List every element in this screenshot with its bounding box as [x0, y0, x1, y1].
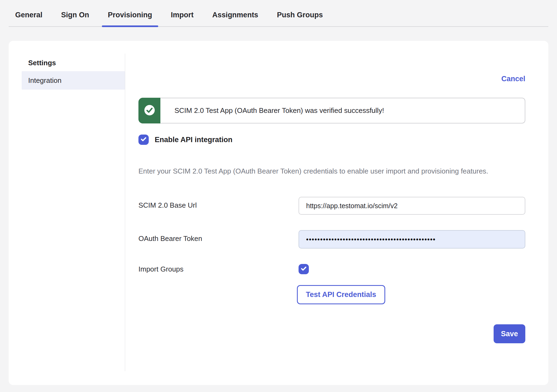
tab-label: Sign On	[61, 11, 89, 19]
success-banner-message: SCIM 2.0 Test App (OAuth Bearer Token) w…	[160, 98, 525, 123]
save-button[interactable]: Save	[494, 324, 525, 343]
import-groups-row: Import Groups	[138, 264, 525, 274]
tab-label: Import	[171, 11, 194, 19]
base-url-input[interactable]	[299, 197, 525, 215]
tab-label: Assignments	[212, 11, 258, 19]
success-banner: SCIM 2.0 Test App (OAuth Bearer Token) w…	[138, 98, 525, 123]
enable-api-row: Enable API integration	[138, 135, 525, 145]
tab-assignments[interactable]: Assignments	[206, 8, 264, 26]
token-row: OAuth Bearer Token	[138, 230, 525, 249]
tab-sign-on[interactable]: Sign On	[55, 8, 95, 26]
cancel-link[interactable]: Cancel	[501, 75, 525, 83]
tab-label: Provisioning	[108, 11, 152, 19]
settings-sidebar: Settings Integration	[9, 41, 125, 385]
enable-api-label: Enable API integration	[155, 136, 232, 144]
token-label: OAuth Bearer Token	[138, 230, 299, 243]
tab-label: Push Groups	[277, 11, 323, 19]
test-api-credentials-button[interactable]: Test API Credentials	[297, 285, 385, 304]
credentials-description: Enter your SCIM 2.0 Test App (OAuth Bear…	[138, 165, 525, 177]
active-tab-underline	[102, 25, 158, 27]
integration-panel: Cancel SCIM 2.0 Test App (OAuth Bearer T…	[125, 41, 548, 385]
check-circle-icon	[143, 104, 156, 117]
checkmark-icon	[300, 265, 307, 273]
provisioning-card: Settings Integration Cancel SCIM 2.0 Tes…	[9, 41, 548, 385]
checkmark-icon	[140, 136, 147, 144]
sidebar-heading: Settings	[28, 58, 125, 67]
test-credentials-row: Test API Credentials	[138, 285, 525, 304]
cancel-row: Cancel	[138, 75, 525, 83]
import-groups-label: Import Groups	[138, 264, 299, 273]
app-tabbar: General Sign On Provisioning Import Assi…	[9, 0, 548, 27]
tab-provisioning[interactable]: Provisioning	[102, 8, 158, 26]
sidebar-item-label: Integration	[28, 76, 61, 84]
token-input[interactable]	[299, 230, 525, 249]
save-row: Save	[138, 324, 525, 343]
tab-import[interactable]: Import	[165, 8, 200, 26]
tab-label: General	[15, 11, 43, 19]
enable-api-checkbox[interactable]	[138, 135, 149, 145]
sidebar-item-integration[interactable]: Integration	[22, 71, 125, 90]
import-groups-checkbox[interactable]	[299, 264, 309, 274]
tab-push-groups[interactable]: Push Groups	[271, 8, 329, 26]
base-url-label: SCIM 2.0 Base Url	[138, 197, 299, 210]
success-banner-icon-block	[138, 98, 160, 123]
base-url-row: SCIM 2.0 Base Url	[138, 197, 525, 215]
tab-general[interactable]: General	[9, 8, 48, 26]
